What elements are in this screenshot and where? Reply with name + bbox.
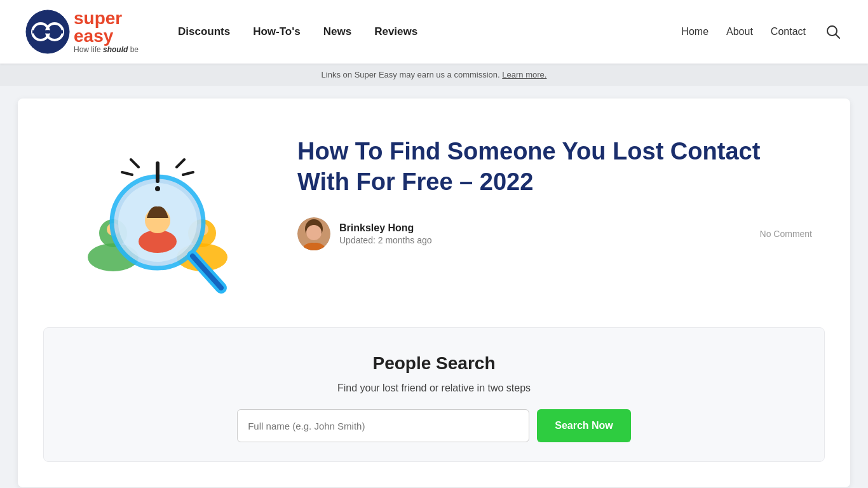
svg-line-21 [131,159,139,167]
author-details: Brinksley Hong Updated: 2 months ago [339,222,432,245]
search-icon [826,25,840,39]
affiliate-banner: Links on Super Easy may earn us a commis… [0,64,868,86]
logo-icon [25,10,70,54]
logo-tagline: How life should be [74,45,139,54]
widget-subtitle: Find your lost friend or relative in two… [69,383,799,394]
article-illustration [56,124,259,302]
svg-point-20 [155,186,160,191]
widget-title: People Search [69,353,799,374]
svg-point-27 [306,225,322,240]
search-now-button[interactable]: Search Now [537,409,631,442]
nav-about[interactable]: About [726,26,753,37]
svg-line-23 [122,172,132,175]
svg-line-22 [177,159,184,167]
logo-brand: super easy [74,10,139,45]
article-hero: How To Find Someone You Lost Contact Wit… [18,98,850,327]
author-updated: Updated: 2 months ago [339,235,432,245]
svg-point-15 [139,230,177,253]
logo-brand-easy: easy [74,26,113,46]
avatar [297,217,330,250]
right-nav: Home About Contact [681,22,843,41]
nav-home[interactable]: Home [681,26,709,37]
people-search-widget: People Search Find your lost friend or r… [43,327,825,462]
article-info: How To Find Someone You Lost Contact Wit… [297,124,812,250]
logo-brand-super: super [74,8,122,28]
main-content-card: How To Find Someone You Lost Contact Wit… [18,98,850,487]
main-nav: Discounts How-To's News Reviews [178,25,681,38]
author-row: Brinksley Hong Updated: 2 months ago No … [297,217,812,250]
logo-text: super easy How life should be [74,10,139,54]
author-left: Brinksley Hong Updated: 2 months ago [297,217,432,250]
svg-line-24 [183,172,193,175]
search-button[interactable] [824,22,843,41]
nav-discounts[interactable]: Discounts [178,25,230,38]
nav-news[interactable]: News [323,25,351,38]
affiliate-learn-more[interactable]: Learn more. [502,70,546,79]
svg-point-5 [827,26,837,36]
site-header: super easy How life should be Discounts … [0,0,868,64]
people-search-illustration [62,124,253,302]
nav-howtos[interactable]: How-To's [253,25,301,38]
author-name: Brinksley Hong [339,222,432,234]
search-form-row: Search Now [69,409,799,442]
logo[interactable]: super easy How life should be [25,10,146,54]
article-title: How To Find Someone You Lost Contact Wit… [297,137,812,197]
search-input[interactable] [237,409,529,442]
nav-contact[interactable]: Contact [771,26,806,37]
nav-reviews[interactable]: Reviews [374,25,417,38]
comment-count: No Comment [760,229,812,239]
svg-line-6 [836,35,840,39]
